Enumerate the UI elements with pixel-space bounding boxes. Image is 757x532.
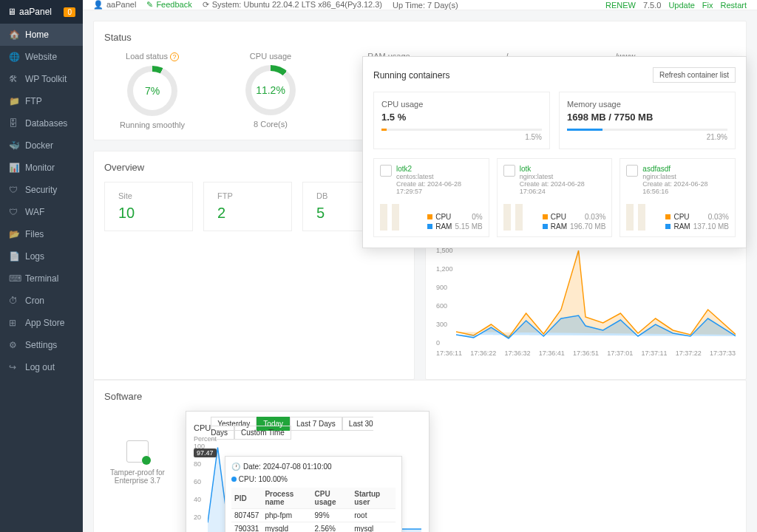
- sidebar-item-databases[interactable]: 🗄Databases: [0, 112, 83, 134]
- monitor-icon: 🖥: [7, 7, 16, 17]
- cpu-chart-title: CPU: [194, 423, 211, 432]
- containers-title: Running containers: [373, 70, 449, 81]
- ftp-icon: 📁: [9, 96, 19, 106]
- system-info: ⟳System: Ubuntu 22.04.2 LTS x86_64(Py3.1…: [203, 0, 382, 10]
- main: 👤aaPanel ✎Feedback ⟳System: Ubuntu 22.04…: [83, 0, 757, 532]
- cpu-peak-badge: 97.47: [194, 449, 217, 457]
- sidebar-item-settings[interactable]: ⚙Settings: [0, 334, 83, 356]
- refresh-containers-button[interactable]: Refresh container list: [653, 67, 736, 83]
- monitor-icon: 📊: [9, 163, 19, 173]
- process-row: 807457php-fpm99%root: [231, 509, 396, 522]
- wp-toolkit-icon: 🛠: [9, 74, 19, 84]
- overview-ftp[interactable]: FTP2: [203, 182, 292, 231]
- monitor-icon: [380, 165, 392, 177]
- gauge-loadstatus[interactable]: Load status ?7%Running smoothly: [104, 52, 200, 129]
- sidebar-item-docker[interactable]: 🐳Docker: [0, 134, 83, 157]
- renew-link[interactable]: RENEW: [605, 1, 636, 10]
- sidebar-item-log-out[interactable]: ↪Log out: [0, 356, 83, 378]
- website-icon: 🌐: [9, 52, 19, 62]
- overview-site[interactable]: Site10: [104, 182, 193, 231]
- notification-badge[interactable]: 0: [64, 7, 75, 17]
- sidebar-item-monitor[interactable]: 📊Monitor: [0, 157, 83, 179]
- waf-icon: 🛡: [9, 207, 19, 217]
- sidebar-item-logs[interactable]: 📄Logs: [0, 245, 83, 267]
- logs-icon: 📄: [9, 251, 19, 262]
- monitor-icon: [503, 165, 515, 177]
- log-out-icon: ↪: [9, 362, 19, 372]
- feedback-link[interactable]: ✎Feedback: [146, 0, 191, 10]
- help-icon[interactable]: ?: [170, 52, 179, 61]
- uptime: Up Time: 7 Day(s): [393, 1, 458, 10]
- update-link[interactable]: Update: [668, 1, 694, 10]
- sidebar-item-cron[interactable]: ⏱Cron: [0, 290, 83, 312]
- topbar-user: 👤aaPanel: [93, 0, 136, 10]
- monitor-icon: [626, 165, 638, 177]
- gauge-cpuusage[interactable]: CPU usage11.2%8 Core(s): [223, 52, 319, 129]
- security-icon: 🛡: [9, 185, 19, 195]
- cpu-usage-box: CPU usage 1.5 % 1.5%: [373, 92, 550, 149]
- version-text: 7.5.0: [643, 1, 661, 10]
- chart-tab-custom-time[interactable]: Custom Time: [234, 426, 291, 440]
- sidebar: 🖥aaPanel 0 🏠Home🌐Website🛠WP Toolkit📁FTP🗄…: [0, 0, 83, 532]
- cpu-tooltip: 🕐Date: 2024-07-08 01:10:00 CPU: 100.00% …: [225, 456, 402, 532]
- traffic-chart: 1,8001,5001,2009006003000 17:36:1117:36:…: [436, 228, 736, 369]
- home-icon: 🏠: [9, 30, 19, 40]
- software-card: Software Tamper-proof for Enterprise 3.7…: [93, 380, 747, 532]
- process-row: 790331mysqld2.56%mysql: [231, 522, 396, 533]
- sidebar-item-website[interactable]: 🌐Website: [0, 46, 83, 68]
- app-store-icon: ⊞: [9, 318, 19, 328]
- software-title: Software: [104, 391, 736, 402]
- sidebar-item-wp-toolkit[interactable]: 🛠WP Toolkit: [0, 68, 83, 90]
- tamper-proof[interactable]: Tamper-proof for Enterprise 3.7: [104, 411, 171, 485]
- terminal-icon: ⌨: [9, 273, 19, 284]
- databases-icon: 🗄: [9, 118, 19, 129]
- memory-usage-box: Memory usage 1698 MB / 7750 MB 21.9%: [559, 92, 736, 149]
- sidebar-item-waf[interactable]: 🛡WAF: [0, 201, 83, 223]
- restart-link[interactable]: Restart: [721, 1, 747, 10]
- sidebar-item-terminal[interactable]: ⌨Terminal: [0, 267, 83, 290]
- running-containers-panel: Running containers Refresh container lis…: [362, 56, 747, 248]
- cron-icon: ⏱: [9, 296, 19, 306]
- y-axis-title: Percent: [194, 435, 217, 443]
- sidebar-item-files[interactable]: 📂Files: [0, 223, 83, 245]
- sidebar-item-security[interactable]: 🛡Security: [0, 179, 83, 201]
- fix-link[interactable]: Fix: [702, 1, 713, 10]
- settings-icon: ⚙: [9, 340, 19, 350]
- sidebar-item-home[interactable]: 🏠Home: [0, 24, 83, 46]
- overview-title: Overview: [104, 162, 404, 173]
- docker-icon: 🐳: [9, 140, 19, 151]
- cpu-chart-popup: CPU YesterdayTodayLast 7 DaysLast 30 Day…: [186, 411, 430, 532]
- status-title: Status: [104, 32, 736, 43]
- container-asdfasdf[interactable]: asdfasdfnginx:latestCreate at: 2024-06-2…: [619, 158, 736, 237]
- sidebar-item-ftp[interactable]: 📁FTP: [0, 90, 83, 112]
- process-table: PIDProcess nameCPU usageStartup user 807…: [231, 488, 396, 532]
- file-lock-icon: [126, 440, 149, 463]
- files-icon: 📂: [9, 229, 19, 239]
- container-lotk[interactable]: lotknginx:latestCreate at: 2024-06-28 17…: [497, 158, 613, 237]
- sidebar-logo: 🖥aaPanel 0: [0, 0, 83, 24]
- sidebar-item-app-store[interactable]: ⊞App Store: [0, 312, 83, 334]
- topbar: 👤aaPanel ✎Feedback ⟳System: Ubuntu 22.04…: [83, 0, 757, 10]
- tamper-label: Tamper-proof for Enterprise 3.7: [104, 468, 171, 485]
- chart-tab-last-7-days[interactable]: Last 7 Days: [290, 417, 342, 431]
- container-lotk2[interactable]: lotk2centos:latestCreate at: 2024-06-28 …: [373, 158, 489, 237]
- clock-icon: 🕐: [231, 463, 240, 471]
